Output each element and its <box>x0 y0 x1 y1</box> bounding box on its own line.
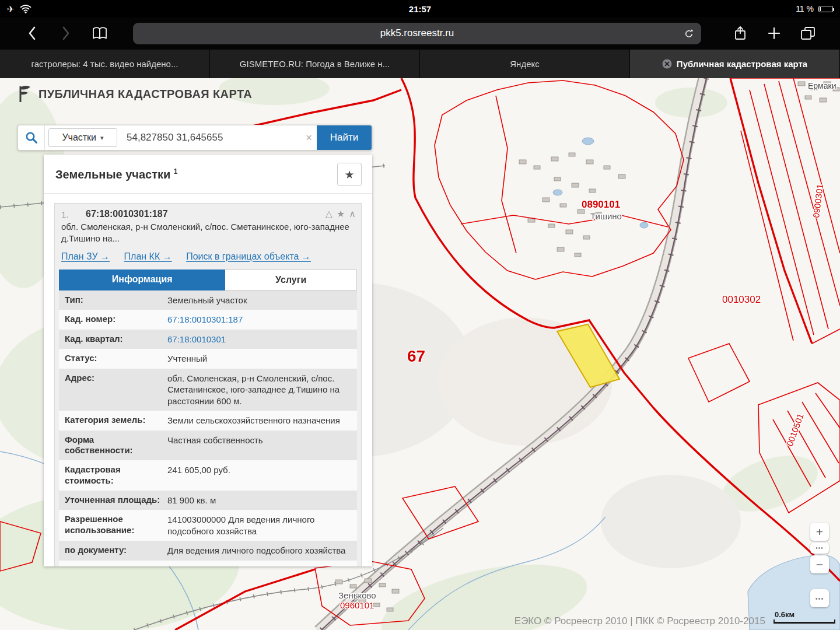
info-value: Учтенный <box>165 349 357 369</box>
status-time: 21:57 <box>409 4 431 14</box>
more-dots-icon: ••• <box>816 595 824 602</box>
info-value: Земельный участок <box>165 290 357 310</box>
status-bar: ✈ 21:57 11 % <box>0 0 840 18</box>
bookmarks-button[interactable] <box>83 22 117 45</box>
tab-gismeteo[interactable]: GISMETEO.RU: Погода в Велиже н... <box>210 49 420 78</box>
map-zoom-controls: + ••• − <box>810 523 829 573</box>
tab-label: гастролеры: 4 тыс. видео найдено... <box>32 59 178 69</box>
result-card[interactable]: 1. 67:18:0010301:187 △ ★ ∧ обл. Смоленск… <box>54 203 362 566</box>
info-value: Частная собственность <box>165 430 357 461</box>
info-label: Категория земель: <box>59 411 165 430</box>
reload-button[interactable] <box>680 25 698 43</box>
battery-icon <box>818 6 833 12</box>
search-category-dropdown[interactable]: Участки ▾ <box>48 128 117 147</box>
tab-gastrolery[interactable]: гастролеры: 4 тыс. видео найдено... <box>0 49 210 78</box>
map-attribution: ЕЭКО © Росреестр 2010 | ПКК © Росреестр … <box>514 615 765 627</box>
forward-button[interactable] <box>49 22 83 45</box>
info-label: по документу: <box>59 541 165 561</box>
star-icon: ★ <box>344 169 354 181</box>
info-value: 241 605,00 руб. <box>165 460 357 491</box>
info-value: 141003000000 Для ведения личного подсобн… <box>165 510 357 541</box>
search-within-object-link[interactable]: Поиск в границах объекта → <box>186 251 311 261</box>
map-label-village-ermaki: Ермаки <box>808 81 836 90</box>
info-label: Кад. номер: <box>59 310 165 330</box>
scale-bar <box>774 620 835 624</box>
zoom-options-button[interactable]: ••• <box>810 542 829 554</box>
info-row-cadastral-value: Кадастровая стоимость: 241 605,00 руб. <box>59 460 357 491</box>
info-label: Уточненная площадь: <box>59 491 165 510</box>
info-value: Земли сельскохозяйственного назначения <box>165 411 357 430</box>
back-button[interactable] <box>15 22 49 45</box>
results-panel: Земельные участки 1 ★ 1. 67:18:0010301:1… <box>44 155 372 566</box>
chevron-down-icon: ▾ <box>100 134 104 142</box>
info-row-ownership: Форма собственности: Частная собственнос… <box>59 430 357 461</box>
info-row-registration-date: Дата постановки на 10.03.2008 <box>59 561 357 567</box>
rosreestr-logo-icon <box>18 85 33 103</box>
app-logo: ПУБЛИЧНАЯ КАДАСТРОВАЯ КАРТА <box>18 85 252 103</box>
favorites-button[interactable]: ★ <box>337 163 362 186</box>
map-label-quarter-0960101: 0960101 <box>340 600 374 610</box>
info-label: Адрес: <box>59 369 165 411</box>
share-button[interactable] <box>723 22 757 45</box>
status-right: 11 % <box>705 4 833 13</box>
app-title: ПУБЛИЧНАЯ КАДАСТРОВАЯ КАРТА <box>38 88 252 101</box>
ipad-screen: ✈ 21:57 11 % <box>0 0 840 630</box>
collapse-chevron-icon[interactable]: ∧ <box>349 208 356 219</box>
tab-cadastral-map-active[interactable]: Публичная кадастровая карта <box>630 49 840 78</box>
tab-yandex[interactable]: Яндекс <box>420 49 630 78</box>
info-label: Кад. квартал: <box>59 330 165 349</box>
map-label-quarter-0010302: 0010302 <box>722 294 761 305</box>
search-input-wrap: × <box>121 125 317 150</box>
parcel-info-table: Тип: Земельный участок Кад. номер: 67:18… <box>59 290 357 567</box>
info-row-by-document: по документу: Для ведения личного подсоб… <box>59 541 357 561</box>
result-cadastral-number: 67:18:0010301:187 <box>86 208 326 219</box>
tab-label: GISMETEO.RU: Погода в Велиже н... <box>240 59 390 69</box>
info-row-type: Тип: Земельный участок <box>59 290 357 310</box>
info-row-address: Адрес: обл. Смоленская, р-н Смоленский, … <box>59 369 357 411</box>
info-value: Для ведения личного подсобного хозяйства <box>165 541 357 561</box>
search-button[interactable] <box>18 125 45 150</box>
cad-number-link[interactable]: 67:18:0010301:187 <box>165 310 357 330</box>
close-tab-icon[interactable] <box>662 59 672 69</box>
result-card-icons: △ ★ ∧ <box>326 208 357 219</box>
map-scale: 0.6км <box>774 610 835 624</box>
info-label: Кадастровая стоимость: <box>59 460 165 491</box>
chevron-left-icon <box>28 26 36 40</box>
cad-quarter-link[interactable]: 67:18:0010301 <box>165 330 357 349</box>
url-bar[interactable]: pkk5.rosreestr.ru <box>133 23 701 44</box>
plan-kk-link[interactable]: План КК → <box>124 251 172 261</box>
star-icon[interactable]: ★ <box>337 208 345 219</box>
clear-search-icon[interactable]: × <box>306 131 312 144</box>
map-label-district-67: 67 <box>407 347 425 365</box>
info-label: Статус: <box>59 349 165 369</box>
new-tab-button[interactable] <box>757 22 791 45</box>
search-input[interactable] <box>121 125 317 150</box>
airplane-mode-icon: ✈ <box>7 5 15 13</box>
tab-information[interactable]: Информация <box>59 270 225 290</box>
warning-triangle-icon[interactable]: △ <box>326 208 332 219</box>
results-header: Земельные участки 1 ★ <box>44 155 372 194</box>
results-title-text: Земельные участки <box>55 168 170 181</box>
map-label-village-tishino: Тишино <box>590 211 622 221</box>
tab-services[interactable]: Услуги <box>225 270 357 290</box>
plus-icon <box>768 27 780 40</box>
result-tabs: Информация Услуги <box>59 270 357 290</box>
info-row-cad-number: Кад. номер: 67:18:0010301:187 <box>59 310 357 330</box>
search-icon <box>25 131 38 144</box>
url-text: pkk5.rosreestr.ru <box>380 27 454 39</box>
results-count: 1 <box>174 167 178 176</box>
map-label-quarter-0890101: 0890101 <box>582 199 620 210</box>
result-index: 1. <box>59 208 86 219</box>
zoom-out-button[interactable]: − <box>810 555 829 573</box>
result-links: План ЗУ → План КК → Поиск в границах объ… <box>59 245 357 270</box>
plan-zu-link[interactable]: План ЗУ → <box>61 251 110 261</box>
map-tools-button[interactable]: ••• <box>810 589 829 607</box>
find-button[interactable]: Найти <box>317 125 372 150</box>
reload-icon <box>684 29 694 39</box>
result-address: обл. Смоленская, р-н Смоленский, с/пос. … <box>59 219 357 245</box>
zoom-in-button[interactable]: + <box>810 523 829 541</box>
tabs-button[interactable] <box>791 22 825 45</box>
scale-label: 0.6км <box>775 610 835 619</box>
page-content: 0890101 Тишино 0010302 67 0900301 001050… <box>0 78 840 630</box>
share-icon <box>734 26 747 41</box>
